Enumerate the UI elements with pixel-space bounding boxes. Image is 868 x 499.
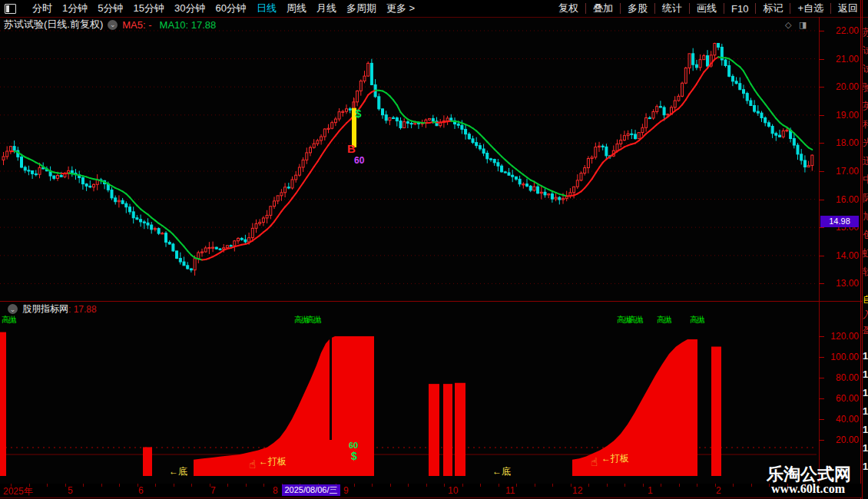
- period-tab-0[interactable]: 分时: [32, 2, 52, 15]
- period-tab-9[interactable]: 多周期: [346, 2, 376, 15]
- period-tab-4[interactable]: 30分钟: [174, 2, 205, 15]
- daban-signal-label: ←打板: [601, 452, 629, 465]
- cursor-price-badge: 14.98: [820, 216, 859, 227]
- clipped-side-panel[interactable]: 苏试试验英科光迅中际旭创虹软 自 入盈 1111111: [863, 0, 868, 499]
- sell-high-label: 高抛: [306, 315, 320, 326]
- sell-high-label: 高抛: [2, 315, 15, 326]
- indicator-axis-label: 80.00: [820, 372, 859, 383]
- date-label: 5: [68, 485, 73, 496]
- date-tick: [47, 484, 48, 487]
- stock-title[interactable]: 苏试试验(日线.前复权): [4, 18, 103, 31]
- tool-button-0[interactable]: 复权: [552, 2, 585, 15]
- price-axis-tick: [819, 115, 824, 116]
- chart-title-row: 苏试试验(日线.前复权) ⌄ MA5: - MA10: 17.88: [4, 18, 216, 31]
- hand-icon: ☝: [591, 457, 598, 468]
- indicator-chart[interactable]: [0, 301, 817, 484]
- period-tab-10[interactable]: 更多 >: [386, 2, 415, 15]
- hand-icon: ☝: [249, 459, 256, 470]
- layout-icon[interactable]: [5, 4, 16, 14]
- dollar-icon: $: [351, 450, 357, 462]
- indicator-axis-tick: [819, 378, 824, 378]
- date-label: 10: [448, 485, 458, 496]
- period-tab-1[interactable]: 1分钟: [62, 2, 88, 15]
- tool-button-3[interactable]: 统计: [655, 2, 689, 15]
- date-tick: [679, 484, 680, 487]
- svg-text:$: $: [355, 107, 362, 120]
- price-axis-tick: [819, 227, 824, 228]
- indicator-axis-tick: [819, 419, 824, 420]
- date-tick: [624, 484, 625, 487]
- price-axis-label: 22.00: [820, 25, 859, 36]
- indicator-value: : 17.88: [68, 304, 97, 315]
- date-tick: [480, 484, 481, 487]
- indicator-title-row: ⌄ 股朋指标网 : 17.88: [3, 303, 97, 315]
- app-window: 分时1分钟5分钟15分钟30分钟60分钟日线周线月线多周期更多 > 复权叠加多股…: [0, 0, 868, 499]
- date-tick: [191, 484, 192, 487]
- strip-border-line: [860, 0, 861, 499]
- indicator-axis-label: 120.00: [820, 331, 859, 342]
- indicator-axis-label: 60.00: [820, 393, 859, 404]
- panel-divider[interactable]: [0, 301, 862, 302]
- collapse-chevron-icon[interactable]: ⌄: [8, 304, 18, 314]
- date-tick: [588, 484, 589, 487]
- date-tick: [354, 484, 355, 487]
- date-tick: [263, 484, 264, 487]
- date-tick: [408, 484, 409, 487]
- date-tick: [607, 484, 608, 487]
- tool-button-1[interactable]: 叠加: [586, 2, 620, 15]
- date-tick: [174, 484, 174, 487]
- candlestick-chart[interactable]: $B60: [0, 17, 817, 301]
- date-label: 6: [138, 485, 144, 496]
- cursor-date-badge: 2025/08/06/三: [282, 484, 340, 496]
- diamond-icon[interactable]: ◇: [785, 20, 791, 30]
- tool-button-6[interactable]: 标记: [756, 2, 790, 15]
- date-tick: [426, 484, 427, 487]
- period-tab-5[interactable]: 60分钟: [215, 2, 246, 15]
- price-axis-tick: [819, 283, 824, 284]
- period-tab-8[interactable]: 月线: [316, 2, 336, 15]
- price-axis-label: 13.00: [820, 278, 859, 289]
- date-label: 8: [273, 485, 278, 496]
- indicator-name[interactable]: 股朋指标网: [22, 302, 68, 316]
- date-label: 2025年: [3, 485, 33, 498]
- indicator-axis-tick: [819, 440, 824, 441]
- date-tick: [155, 484, 156, 487]
- indicator-axis-tick: [819, 398, 824, 399]
- date-tick: [246, 484, 247, 487]
- tool-button-2[interactable]: 多股: [621, 2, 654, 15]
- price-axis-tick: [819, 87, 824, 88]
- date-label: 9: [343, 485, 349, 496]
- tool-button-5[interactable]: F10: [724, 3, 755, 15]
- date-tick: [643, 484, 644, 487]
- bottom-signal-label: ←底: [492, 465, 511, 478]
- date-tick: [372, 484, 373, 487]
- tool-button-4[interactable]: 画线: [690, 2, 724, 15]
- price-axis-tick: [819, 31, 824, 31]
- date-tick: [661, 484, 661, 487]
- sell-high-label: 高抛: [628, 315, 642, 326]
- period-tab-3[interactable]: 15分钟: [133, 2, 164, 15]
- date-tick: [499, 484, 499, 487]
- date-tick: [751, 484, 752, 487]
- period-menu: 分时1分钟5分钟15分钟30分钟60分钟日线周线月线多周期更多 >: [0, 2, 415, 15]
- tool-button-7[interactable]: +自选: [790, 2, 830, 15]
- date-axis[interactable]: 2025年5678910111212 2025/08/06/三: [0, 484, 862, 497]
- split-panel-icon[interactable]: ◨: [799, 20, 807, 30]
- green-60-marker: 60: [349, 441, 358, 450]
- ma10-value: MA10: 17.88: [160, 19, 217, 31]
- bottom-border: [0, 497, 862, 498]
- date-label: 12: [572, 485, 582, 496]
- date-tick: [101, 484, 102, 487]
- sell-high-label: 高抛: [657, 315, 671, 326]
- tools-menu: 复权叠加多股统计画线F10标记+自选返回: [552, 2, 868, 15]
- period-tab-7[interactable]: 周线: [287, 2, 306, 15]
- svg-text:60: 60: [354, 155, 365, 166]
- indicator-axis-label: 40.00: [820, 414, 859, 425]
- period-tab-6[interactable]: 日线: [257, 2, 277, 15]
- period-tab-2[interactable]: 5分钟: [98, 2, 123, 15]
- collapse-chevron-icon[interactable]: ⌄: [108, 20, 118, 30]
- price-axis-label: 14.00: [820, 250, 859, 261]
- date-tick: [83, 484, 84, 487]
- date-tick: [462, 484, 463, 487]
- date-label: 7: [210, 485, 216, 496]
